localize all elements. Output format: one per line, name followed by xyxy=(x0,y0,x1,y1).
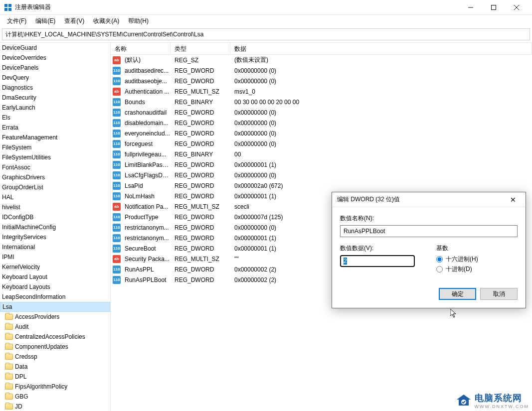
tree-item[interactable]: IDConfigDB xyxy=(0,212,110,222)
address-bar[interactable]: 计算机\HKEY_LOCAL_MACHINE\SYSTEM\CurrentCon… xyxy=(2,28,530,40)
tree-item-label: DmaSecurity xyxy=(2,94,36,101)
tree-item[interactable]: hivelist xyxy=(0,202,110,212)
tree-item[interactable]: IPMI xyxy=(0,252,110,262)
value-name-input[interactable] xyxy=(340,225,518,237)
list-row[interactable]: 110disabledomain...REG_DWORD0x00000000 (… xyxy=(111,118,532,128)
cell-name: LsaPid xyxy=(123,182,173,189)
list-row[interactable]: 110fullprivilegeau...REG_BINARY00 xyxy=(111,149,532,159)
menubar: 文件(F) 编辑(E) 查看(V) 收藏夹(A) 帮助(H) xyxy=(0,15,532,27)
list-row[interactable]: 110auditbasedirec...REG_DWORD0x00000000 … xyxy=(111,65,532,76)
tree-item[interactable]: ComponentUpdates xyxy=(0,342,110,352)
tree-item[interactable]: GBG xyxy=(0,392,110,402)
menu-view[interactable]: 查看(V) xyxy=(60,15,88,27)
tree-item[interactable]: DeviceGuard xyxy=(0,43,110,53)
cell-name: LsaCfgFlagsDe... xyxy=(123,172,173,179)
cell-type: REG_DWORD xyxy=(173,266,232,273)
cell-type: REG_DWORD xyxy=(173,140,232,147)
tree-item[interactable]: FeatureManagement xyxy=(0,133,110,142)
close-button[interactable] xyxy=(505,0,528,15)
menu-edit[interactable]: 编辑(E) xyxy=(31,15,59,27)
tree-item[interactable]: GraphicsDrivers xyxy=(0,172,110,182)
tree-item[interactable]: Audit xyxy=(0,322,110,332)
list-row[interactable]: 110crashonauditfailREG_DWORD0x00000000 (… xyxy=(111,107,532,118)
tree-item[interactable]: DevQuery xyxy=(0,73,110,83)
tree-item[interactable]: EarlyLaunch xyxy=(0,103,110,113)
cell-data: 0x00000000 (0) xyxy=(232,67,532,74)
value-data-input[interactable] xyxy=(340,255,415,267)
tree-item[interactable]: International xyxy=(0,242,110,252)
col-header-type[interactable]: 类型 xyxy=(171,43,230,54)
tree-item[interactable]: DevicePanels xyxy=(0,63,110,73)
cancel-button[interactable]: 取消 xyxy=(480,288,518,300)
tree-item[interactable]: KernelVelocity xyxy=(0,262,110,272)
col-header-data[interactable]: 数据 xyxy=(230,43,532,54)
folder-icon xyxy=(5,374,13,380)
string-value-icon: ab xyxy=(113,203,121,211)
tree-item[interactable]: Diagnostics xyxy=(0,83,110,93)
cell-name: disabledomain... xyxy=(123,120,173,127)
list-row[interactable]: 110LimitBlankPass...REG_DWORD0x00000001 … xyxy=(111,159,532,170)
menu-help[interactable]: 帮助(H) xyxy=(124,15,153,27)
tree-item-label: InitialMachineConfig xyxy=(2,224,56,231)
tree-item[interactable]: DeviceOverrides xyxy=(0,53,110,63)
binary-value-icon: 110 xyxy=(113,245,121,253)
dialog-close-button[interactable]: ✕ xyxy=(506,192,521,207)
list-row[interactable]: 110BoundsREG_BINARY00 30 00 00 00 20 00 … xyxy=(111,97,532,107)
list-row[interactable]: ab(默认)REG_SZ(数值未设置) xyxy=(111,55,532,65)
cell-data: 0x00000000 (0) xyxy=(232,172,532,179)
tree-item[interactable]: Keyboard Layouts xyxy=(0,282,110,292)
tree-item[interactable]: Lsa xyxy=(0,302,110,312)
tree-item-label: Lsa xyxy=(2,303,12,310)
folder-icon xyxy=(5,364,13,370)
tree-item-label: EarlyLaunch xyxy=(2,104,35,111)
tree-item[interactable]: Keyboard Layout xyxy=(0,272,110,282)
tree-item[interactable]: Els xyxy=(0,113,110,123)
cell-name: Authentication ... xyxy=(123,88,173,95)
cell-type: REG_DWORD xyxy=(173,276,232,283)
tree-item-label: IPMI xyxy=(2,254,14,261)
tree-item[interactable]: FipsAlgorithmPolicy xyxy=(0,382,110,392)
cell-type: REG_BINARY xyxy=(173,151,232,158)
tree-item[interactable]: DPL xyxy=(0,372,110,382)
cell-type: REG_SZ xyxy=(173,57,232,64)
menu-file[interactable]: 文件(F) xyxy=(3,15,30,27)
list-row[interactable]: abAuthentication ...REG_MULTI_SZmsv1_0 xyxy=(111,86,532,97)
folder-icon xyxy=(5,324,13,330)
cell-name: (默认) xyxy=(123,56,173,64)
cell-type: REG_DWORD xyxy=(173,109,232,116)
cell-data: 0x00000000 (0) xyxy=(232,140,532,147)
tree-item[interactable]: InitialMachineConfig xyxy=(0,222,110,232)
tree-item[interactable]: AccessProviders xyxy=(0,312,110,322)
cell-name: Notification Pa... xyxy=(123,203,173,210)
radio-dec[interactable]: 十进制(D) xyxy=(436,265,518,274)
tree-item[interactable]: FontAssoc xyxy=(0,162,110,172)
menu-favorites[interactable]: 收藏夹(A) xyxy=(89,15,123,27)
tree-view[interactable]: DeviceGuardDeviceOverridesDevicePanelsDe… xyxy=(0,43,111,411)
tree-item[interactable]: Credssp xyxy=(0,352,110,362)
tree-item[interactable]: FileSystem xyxy=(0,142,110,152)
col-header-name[interactable]: 名称 xyxy=(111,43,171,54)
tree-item[interactable]: CentralizedAccessPolicies xyxy=(0,332,110,342)
cell-data: 0x00000001 (1) xyxy=(232,161,532,168)
list-row[interactable]: 110LsaCfgFlagsDe...REG_DWORD0x00000000 (… xyxy=(111,170,532,180)
list-row[interactable]: 110forceguestREG_DWORD0x00000000 (0) xyxy=(111,138,532,149)
ok-button[interactable]: 确定 xyxy=(439,288,476,300)
maximize-button[interactable] xyxy=(482,0,505,15)
tree-item[interactable]: LeapSecondInformation xyxy=(0,292,110,302)
minimize-button[interactable] xyxy=(459,0,482,15)
tree-item[interactable]: Data xyxy=(0,362,110,372)
list-row[interactable]: 110LsaPidREG_DWORD0x000002a0 (672) xyxy=(111,180,532,191)
tree-item[interactable]: DmaSecurity xyxy=(0,93,110,103)
radio-hex-input[interactable] xyxy=(436,256,443,263)
list-row[interactable]: 110everyoneinclud...REG_DWORD0x00000000 … xyxy=(111,128,532,138)
tree-item[interactable]: JD xyxy=(0,402,110,411)
tree-item[interactable]: GroupOrderList xyxy=(0,182,110,192)
tree-item[interactable]: Errata xyxy=(0,123,110,133)
tree-item[interactable]: FileSystemUtilities xyxy=(0,152,110,162)
radio-hex[interactable]: 十六进制(H) xyxy=(436,255,518,264)
tree-item[interactable]: IntegrityServices xyxy=(0,232,110,242)
list-row[interactable]: 110auditbaseobje...REG_DWORD0x00000000 (… xyxy=(111,76,532,86)
radio-dec-input[interactable] xyxy=(436,266,443,273)
dialog-titlebar[interactable]: 编辑 DWORD (32 位)值 ✕ xyxy=(332,192,526,207)
tree-item[interactable]: HAL xyxy=(0,192,110,202)
